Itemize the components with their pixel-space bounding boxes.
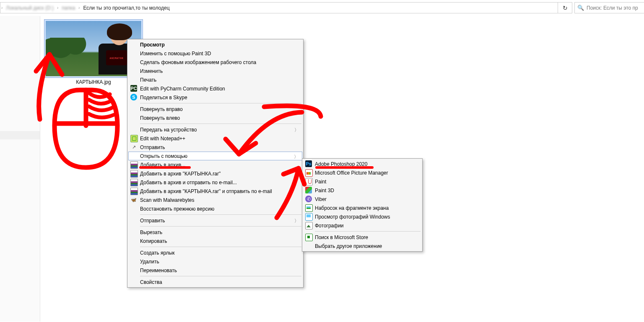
menu-separator [140, 276, 301, 276]
menu-archive-name-mail[interactable]: Добавить в архив "КАРТЫНКА.rar" и отправ… [128, 187, 302, 196]
menu-separator [140, 247, 301, 247]
submenu-windows-photo-viewer[interactable]: Просмотр фотографий Windows [303, 212, 421, 221]
winrar-icon [130, 161, 138, 169]
menu-set-wallpaper[interactable]: Сделать фоновым изображением рабочего ст… [128, 58, 302, 67]
refresh-icon: ↻ [563, 5, 568, 11]
photoviewer-icon [305, 213, 313, 221]
menu-shortcut[interactable]: Создать ярлык [128, 248, 302, 257]
breadcrumb-seg3[interactable]: Если ты это прочитал,то ты молодец [80, 3, 172, 13]
submenu-photos[interactable]: Фотографии [303, 221, 421, 230]
submenu-viber[interactable]: ✆Viber [303, 195, 421, 204]
explorer-top-bar: › Локальный диск (D:) › папка › Если ты … [0, 0, 644, 15]
nav-tree-strip[interactable] [0, 16, 40, 322]
submenu-snip[interactable]: Набросок на фрагменте экрана [303, 204, 421, 212]
menu-open-with[interactable]: Открыть с помощью〉 [128, 152, 302, 160]
menu-archive-add[interactable]: Добавить в архив... [128, 160, 302, 169]
share-icon: ↗ [130, 144, 137, 150]
menu-separator [140, 214, 301, 215]
submenu-store[interactable]: Поиск в Microsoft Store [303, 233, 421, 242]
malwarebytes-icon: 🦋 [130, 196, 137, 203]
pycharm-icon: PC [130, 85, 137, 92]
menu-rotate-right[interactable]: Повернуть вправо [128, 105, 302, 113]
winrar-icon [130, 179, 138, 186]
menu-notepadpp[interactable]: Edit with Notepad++ [128, 134, 302, 143]
chevron-right-icon: 〉 [294, 218, 299, 224]
openwith-submenu: PsAdobe Photoshop 2020 Microsoft Office … [302, 158, 423, 252]
notepadpp-icon [130, 135, 138, 142]
winrar-icon [130, 188, 138, 195]
paint-icon [305, 178, 313, 185]
menu-separator [140, 103, 301, 103]
paint3d-icon [305, 187, 312, 193]
breadcrumb-seg1[interactable]: Локальный диск (D:) [3, 3, 56, 13]
office-picmanager-icon [305, 169, 313, 177]
submenu-office-picmanager[interactable]: Microsoft Office Picture Manager [303, 168, 421, 177]
refresh-button[interactable]: ↻ [558, 2, 572, 13]
store-icon [305, 234, 313, 241]
menu-archive-name[interactable]: Добавить в архив "КАРТЫНКА.rar" [128, 169, 302, 178]
snip-icon [305, 204, 313, 212]
menu-rotate-left[interactable]: Повернуть влево [128, 113, 302, 122]
submenu-choose-other[interactable]: Выбрать другое приложение [303, 242, 421, 250]
chevron-right-icon: › [0, 5, 3, 10]
winrar-icon [130, 170, 138, 178]
search-icon: 🔍 [575, 5, 587, 11]
menu-pycharm[interactable]: PCEdit with PyCharm Community Edition [128, 84, 302, 93]
menu-rename[interactable]: Переименовать [128, 266, 302, 275]
menu-separator [140, 226, 301, 227]
menu-cut[interactable]: Вырезать [128, 228, 302, 237]
menu-separator [140, 124, 301, 124]
submenu-photoshop[interactable]: PsAdobe Photoshop 2020 [303, 160, 421, 168]
menu-malwarebytes[interactable]: 🦋Scan with Malwarebytes [128, 196, 302, 204]
menu-separator [315, 231, 421, 232]
photoshop-icon: Ps [305, 160, 312, 167]
nav-selected-row [0, 131, 40, 139]
menu-view[interactable]: Просмотр [128, 40, 302, 49]
submenu-paint[interactable]: Paint [303, 177, 421, 186]
menu-cast[interactable]: Передать на устройство〉 [128, 125, 302, 134]
menu-skype[interactable]: SПоделиться в Skype [128, 93, 302, 102]
menu-delete[interactable]: Удалить [128, 257, 302, 266]
menu-send-to[interactable]: Отправить〉 [128, 216, 302, 225]
submenu-paint3d[interactable]: Paint 3D [303, 186, 421, 195]
viber-icon: ✆ [305, 196, 312, 202]
search-placeholder: Поиск: Если ты это пр [587, 5, 638, 11]
menu-restore-version[interactable]: Восстановить прежнюю версию [128, 204, 302, 213]
address-bar[interactable]: › Локальный диск (D:) › папка › Если ты … [0, 2, 570, 13]
chevron-right-icon: › [56, 5, 59, 10]
menu-archive-mail[interactable]: Добавить в архив и отправить по e-mail..… [128, 178, 302, 187]
chevron-right-icon: 〉 [294, 154, 299, 160]
menu-copy[interactable]: Копировать [128, 237, 302, 245]
search-box[interactable]: 🔍 Поиск: Если ты это пр [574, 2, 644, 13]
menu-share[interactable]: ↗Отправить [128, 143, 302, 152]
menu-paint3d-edit[interactable]: Изменить с помощью Paint 3D [128, 49, 302, 58]
skype-icon: S [130, 94, 137, 100]
breadcrumb-seg2[interactable]: папка [59, 3, 78, 13]
photos-icon [305, 222, 313, 229]
chevron-right-icon: 〉 [294, 127, 299, 133]
menu-edit[interactable]: Изменить [128, 67, 302, 75]
context-menu: Просмотр Изменить с помощью Paint 3D Сде… [127, 39, 304, 288]
menu-print[interactable]: Печать [128, 75, 302, 84]
chevron-right-icon: › [78, 5, 80, 10]
menu-properties[interactable]: Свойства [128, 278, 302, 286]
